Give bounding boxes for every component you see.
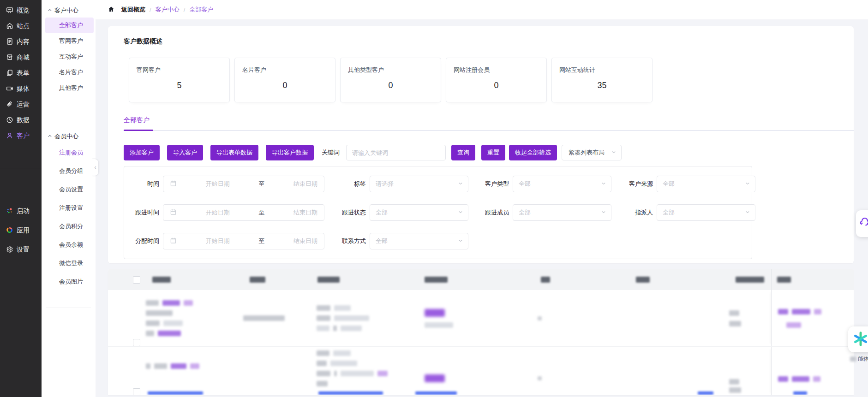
rail-label: 表单 — [17, 69, 30, 77]
stat-label: 网站注册会员 — [454, 66, 539, 74]
collapse-filters-button[interactable]: 收起全部筛选 — [509, 145, 557, 160]
submenu-section-member-center[interactable]: 会员中心 — [42, 130, 96, 143]
action-link-redacted[interactable] — [792, 309, 810, 314]
export-form-data-button[interactable]: 导出表单数据 — [210, 145, 258, 160]
rail-item-overview[interactable]: 概览 — [0, 3, 42, 18]
redacted-link — [793, 391, 807, 395]
contact-method-select[interactable]: 全部 — [370, 233, 468, 249]
row-checkbox[interactable] — [133, 339, 140, 346]
sidebar-collapse-handle[interactable]: ‹ — [92, 159, 99, 176]
followup-status-select[interactable]: 全部 — [370, 204, 468, 221]
range-separator: 至 — [258, 208, 264, 217]
breadcrumb-customer-center[interactable]: 客户中心 — [156, 6, 180, 14]
chevron-down-icon — [745, 209, 750, 216]
followup-time-range-input[interactable]: 开始日期 至 结束日期 — [163, 204, 324, 221]
sidebar-item-register-settings[interactable]: 注册设置 — [45, 199, 94, 217]
action-link-redacted[interactable] — [778, 376, 788, 382]
sidebar-item-member-groups[interactable]: 会员分组 — [45, 162, 94, 180]
table-header-row — [108, 269, 854, 290]
sidebar-item-card-customers[interactable]: 名片客户 — [45, 65, 94, 80]
sidebar-item-member-balance[interactable]: 会员余额 — [45, 236, 94, 254]
rail-item-settings[interactable]: 设置 — [0, 240, 42, 260]
rail-label: 运营 — [17, 101, 30, 109]
tab-all-customers[interactable]: 全部客户 — [124, 116, 150, 130]
filter-label: 跟进成员 — [471, 208, 509, 217]
time-range-input[interactable]: 开始日期 至 结束日期 — [163, 176, 324, 192]
reset-button[interactable]: 重置 — [481, 145, 505, 160]
stat-value: 35 — [559, 81, 645, 90]
stat-value: 5 — [137, 81, 222, 90]
range-separator: 至 — [258, 180, 264, 188]
search-button[interactable]: 查询 — [451, 145, 475, 160]
rail-item-mall[interactable]: 商城 — [0, 50, 42, 65]
submenu-section-customer-center[interactable]: 客户中心 — [42, 4, 96, 18]
action-link-redacted[interactable] — [778, 309, 788, 314]
sidebar-item-label: 其他客户 — [59, 84, 83, 92]
layout-select[interactable]: 紧凑列表布局 — [562, 145, 622, 160]
clock-icon — [6, 116, 13, 125]
rail-item-media[interactable]: 媒体 — [0, 81, 42, 97]
redacted-link — [415, 391, 457, 395]
calendar-icon — [170, 180, 177, 188]
sidebar-item-interaction-customers[interactable]: 互动客户 — [45, 49, 94, 65]
table-row[interactable] — [108, 290, 854, 347]
followup-member-select[interactable]: 全部 — [513, 204, 611, 221]
rail-label: 设置 — [17, 246, 30, 254]
action-link-redacted[interactable] — [792, 376, 809, 382]
customer-source-select[interactable]: 全部 — [657, 176, 755, 192]
sidebar-item-member-images[interactable]: 会员图片 — [45, 273, 94, 291]
sidebar-item-all-customers[interactable]: 全部客户 — [45, 18, 94, 33]
customer-type-select[interactable]: 全部 — [513, 176, 611, 192]
rail-item-site[interactable]: 站点 — [0, 18, 42, 34]
ai-assistant-widget[interactable] — [848, 326, 868, 352]
add-customer-button[interactable]: 添加客户 — [124, 145, 160, 160]
breadcrumb-separator: / — [184, 6, 186, 13]
divider — [0, 168, 42, 168]
assignee-select[interactable]: 全部 — [657, 204, 755, 221]
support-widget[interactable] — [856, 210, 868, 237]
breadcrumb-back-link[interactable]: 返回概览 — [121, 6, 145, 14]
sidebar-item-label: 注册会员 — [59, 148, 83, 157]
assign-time-range-input[interactable]: 开始日期 至 结束日期 — [163, 233, 324, 249]
rail-item-customer[interactable]: 客户 — [0, 128, 42, 144]
end-date-placeholder: 结束日期 — [293, 237, 317, 245]
rail-label: 应用 — [17, 226, 30, 235]
import-customer-button[interactable]: 导入客户 — [167, 145, 203, 160]
chevron-down-icon — [458, 181, 463, 188]
chevron-down-icon — [458, 209, 463, 216]
filter-label: 跟进时间 — [124, 208, 159, 217]
rail-item-data[interactable]: 数据 — [0, 113, 42, 128]
sidebar-item-website-customers[interactable]: 官网客户 — [45, 33, 94, 49]
action-link-redacted[interactable] — [786, 322, 801, 328]
end-date-placeholder: 结束日期 — [293, 208, 317, 217]
chevron-up-icon — [47, 7, 53, 14]
breadcrumb-all-customers[interactable]: 全部客户 — [189, 6, 213, 14]
table-row[interactable] — [108, 347, 854, 395]
rail-label: 概览 — [17, 6, 30, 15]
keyword-input[interactable] — [346, 145, 446, 160]
action-link-redacted[interactable] — [814, 309, 821, 314]
sidebar-item-wechat-login[interactable]: 微信登录 — [45, 254, 94, 273]
sidebar-item-member-points[interactable]: 会员积分 — [45, 217, 94, 236]
chevron-down-icon — [601, 209, 606, 216]
rail-label: 内容 — [17, 38, 30, 46]
calendar-icon — [170, 237, 177, 245]
end-date-placeholder: 结束日期 — [293, 180, 317, 188]
rail-item-launch[interactable]: 启动 — [0, 201, 42, 221]
export-customer-data-button[interactable]: 导出客户数据 — [266, 145, 314, 160]
action-link-redacted[interactable] — [813, 376, 820, 382]
start-date-placeholder: 开始日期 — [206, 180, 230, 188]
rail-item-operation[interactable]: 运营 — [0, 97, 42, 113]
tag-select[interactable]: 请选择 — [370, 176, 468, 192]
form-icon — [6, 69, 13, 78]
sidebar-item-member-settings[interactable]: 会员设置 — [45, 180, 94, 199]
rail-item-apps[interactable]: 应用 — [0, 221, 42, 240]
paperclip-icon — [6, 101, 13, 109]
sidebar-item-registered-members[interactable]: 注册会员 — [45, 143, 94, 162]
rail-item-content[interactable]: 内容 — [0, 34, 42, 50]
row-checkbox[interactable] — [133, 388, 140, 395]
select-all-checkbox[interactable] — [133, 276, 140, 284]
sidebar-item-other-customers[interactable]: 其他客户 — [45, 80, 94, 96]
rail-item-form[interactable]: 表单 — [0, 65, 42, 81]
rail-label: 数据 — [17, 116, 30, 124]
